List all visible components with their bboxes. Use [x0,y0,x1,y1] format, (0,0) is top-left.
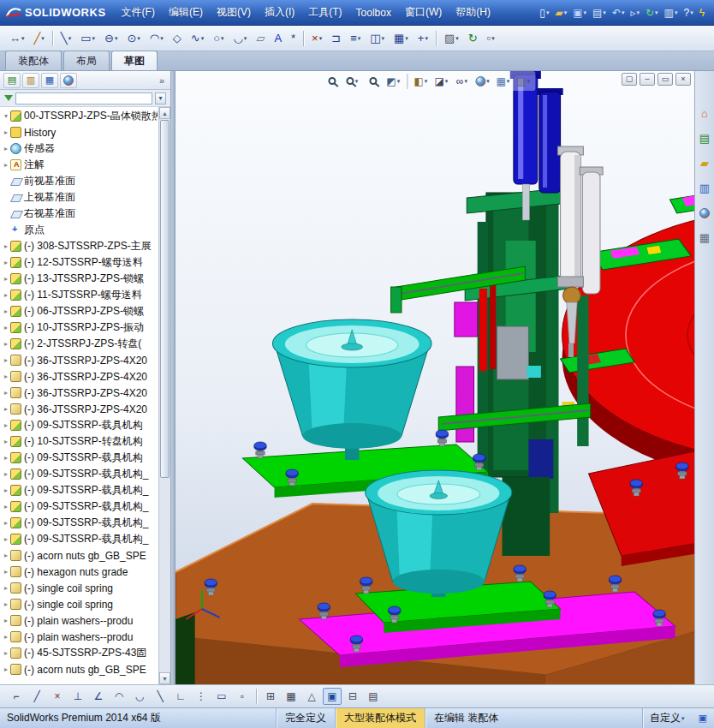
custom-properties-button[interactable]: ▦ [697,230,713,246]
convert-entities-button[interactable]: ⊐ [327,28,345,49]
select-button[interactable]: ▹▾ [628,3,642,22]
sketch-tool-corner-button[interactable]: ⌐ [7,688,26,705]
expand-arrow-icon[interactable]: ▸ [2,307,10,315]
restore-window-button[interactable]: ▢ [622,73,637,86]
view-palette-button[interactable]: ▥ [697,180,713,196]
edit-appearance-button[interactable]: ▾ [473,73,492,89]
sketch-tool-dot-button[interactable]: ▫ [233,688,252,705]
menu-item-6[interactable]: 窗口(W) [398,2,449,23]
graphics-area[interactable]: ▾◩▾◧▾◪▾∞▾▾▦▾▥▾ ▢–▭× ⌂▤▰▥▦ [176,71,714,684]
tree-scrollbar[interactable]: ▲ ▼ [158,107,170,684]
scroll-down-icon[interactable]: ▼ [159,672,170,684]
sketch-button[interactable]: ╱▾ [30,28,49,49]
sketch-tool-erase-button[interactable]: × [48,688,67,705]
tree-item[interactable]: 上视基准面 [2,189,158,206]
expand-arrow-icon[interactable]: ▸ [2,584,10,592]
expand-arrow-icon[interactable]: ▸ [2,454,10,462]
expand-arrow-icon[interactable]: ▸ [2,373,10,380]
expand-arrow-icon[interactable]: ▸ [2,421,10,429]
menu-item-5[interactable]: Toolbox [349,3,398,22]
tree-item[interactable]: ▸(-) 36-JTSSRPJ-ZPS-4X20 [2,401,158,417]
zoom-fit-button[interactable] [322,73,342,89]
circle-button[interactable]: ⊙▾ [122,28,144,49]
tree-item[interactable]: 前视基准面 [2,173,158,189]
ellipse-button[interactable]: ○▾ [209,28,228,49]
expand-arrow-icon[interactable]: ▸ [2,600,10,608]
sketch-tool-points-button[interactable]: ⋮ [192,688,211,705]
file-explorer-button[interactable]: ▰ [697,155,713,171]
minimize-window-button[interactable]: – [640,73,655,86]
expand-arrow-icon[interactable]: ▸ [2,535,10,543]
tree-item[interactable]: ▸(-) 09-SJTSSRP-载具机构 [2,450,158,466]
fillet-button[interactable]: ◡▾ [229,28,252,49]
spline-button[interactable]: ∿▾ [187,28,208,49]
filter-field[interactable] [15,92,152,104]
tree-item[interactable]: ▸History [2,124,158,140]
line-button[interactable]: ╲▾ [57,28,75,49]
filter-dropdown[interactable]: ▾ [155,92,166,104]
tree-item[interactable]: ▸(-) plain washers--produ [2,629,158,645]
split-horizontal-button[interactable]: ⊟ [343,688,362,705]
display-style-button[interactable]: ◪▾ [431,73,451,89]
plane-tool-button[interactable]: ▱ [252,28,269,49]
rectangle-button[interactable]: ▭▾ [76,28,99,49]
design-library-button[interactable]: ▤ [697,130,713,146]
single-view-button[interactable]: ▣ [323,688,342,705]
point-button[interactable]: * [287,28,300,49]
sketch-tool-arc-down-button[interactable]: ◡ [130,688,149,705]
options-button[interactable]: ▥▾ [662,3,681,22]
tree-item[interactable]: ▸(-) single coil spring [2,580,158,596]
quick-snaps-button[interactable]: ▫▾ [483,28,499,49]
sketch-tool-perpendicular-button[interactable]: ⊥ [68,688,87,705]
tab-1[interactable]: 布局 [63,51,110,70]
statusbar-grid-icon[interactable]: ▣ [692,713,714,724]
angle-snap-button[interactable]: △ [302,688,321,705]
customize-status-button[interactable]: 自定义 ▾ [642,708,692,728]
expand-arrow-icon[interactable]: ▸ [2,389,10,397]
configurationmanager-tab-button[interactable]: ▦ [41,73,58,88]
tree-item[interactable]: ▸(-) 308-SJTSSRP-ZPS-主展 [2,238,158,254]
display-relations-button[interactable]: ▨▾ [440,28,463,49]
sketch-tool-diagonal-button[interactable]: ╲ [151,688,170,705]
tree-item[interactable]: ▸(-) acorn nuts gb_GB_SPE [2,661,158,677]
sketch-tool-arc-up-button[interactable]: ◠ [110,688,128,705]
mirror-button[interactable]: ◫▾ [366,28,389,49]
scroll-thumb[interactable] [160,120,170,478]
tree-item[interactable]: ▸(-) 09-SJTSSRP-载具机构_ [2,482,158,498]
expand-arrow-icon[interactable]: ▸ [2,633,10,641]
tree-item[interactable]: ▸(-) 13-JTSSRPJ-ZPS-锁螺 [2,271,158,287]
propertymanager-tab-button[interactable]: ▥ [22,73,39,88]
sketch-tool-angle-button[interactable]: ∠ [89,688,108,705]
expand-arrow-icon[interactable]: ▸ [2,470,10,478]
zoom-previous-button[interactable] [363,73,383,89]
expand-arrow-icon[interactable]: ▸ [2,275,10,283]
section-view-button[interactable]: ◩▾ [384,73,403,89]
tree-item[interactable]: 右视基准面 [2,206,158,222]
panel-overflow-button[interactable]: » [157,75,167,86]
expand-arrow-icon[interactable]: ▸ [2,324,10,331]
expand-arrow-icon[interactable]: ▸ [2,128,10,136]
sketch-tool-right-angle-button[interactable]: ∟ [171,688,190,705]
menu-item-4[interactable]: 工具(T) [301,2,348,23]
text-button[interactable]: A [270,28,286,49]
appearances-button[interactable] [697,205,713,221]
sketch-tool-rect-button[interactable]: ▭ [212,688,231,705]
expand-arrow-icon[interactable]: ▸ [2,145,10,152]
tree-item[interactable]: ▸(-) 09-SJTSSRP-载具机构_ [2,466,158,482]
expand-arrow-icon[interactable]: ▸ [2,405,10,413]
help-button[interactable]: ?▾ [681,3,695,22]
menu-item-0[interactable]: 文件(F) [115,2,162,23]
save-button[interactable]: ▣▾ [570,3,589,22]
tree-item[interactable]: ▸注解 [2,157,158,173]
grid-button[interactable]: ⊞ [261,688,280,705]
tree-item[interactable]: ▸(-) 09-SJTSSRP-载具机构_ [2,531,158,547]
home-button[interactable]: ⌂ [697,105,713,122]
tree-item[interactable]: ▸(-) 09-SJTSSRP-载具机构 [2,417,158,433]
tree-item[interactable]: ▸(-) 12-SJTSSRP-螺母送料 [2,254,158,271]
lightning-button[interactable]: ϟ [697,3,707,22]
offset-button[interactable]: ≡▾ [346,28,365,49]
move-entities-button[interactable]: +▾ [414,28,432,49]
expand-arrow-icon[interactable]: ▸ [2,259,10,266]
arc-button[interactable]: ◠▾ [146,28,168,49]
expand-arrow-icon[interactable]: ▸ [2,161,10,169]
